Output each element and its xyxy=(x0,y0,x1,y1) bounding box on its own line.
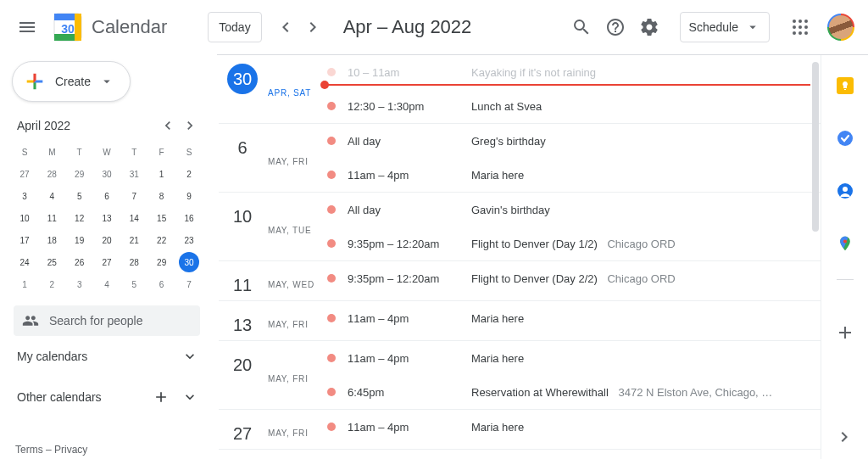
search-button[interactable] xyxy=(565,10,598,44)
mini-calendar-day[interactable]: 30 xyxy=(97,164,117,184)
event-row[interactable]: 11am – 4pmMaria here xyxy=(326,158,821,192)
account-avatar[interactable] xyxy=(827,14,854,41)
settings-button[interactable] xyxy=(632,10,666,44)
mini-calendar-prev[interactable] xyxy=(158,115,178,136)
mini-calendar-day[interactable]: 30 xyxy=(179,252,199,272)
mini-calendar-day[interactable]: 27 xyxy=(14,164,35,184)
mini-calendar-day[interactable]: 4 xyxy=(42,186,62,206)
mini-calendar-day[interactable]: 19 xyxy=(70,230,90,250)
mini-calendar-day[interactable]: 8 xyxy=(152,186,172,206)
mini-calendar-day[interactable]: 7 xyxy=(179,274,199,294)
mini-calendar-next[interactable] xyxy=(180,115,200,136)
mini-calendar-day[interactable]: 1 xyxy=(152,164,172,184)
day-header[interactable]: 6MAY, FRI xyxy=(219,124,326,192)
mini-calendar-day[interactable]: 24 xyxy=(14,252,35,272)
mini-calendar-day[interactable]: 5 xyxy=(124,274,144,294)
event-time: 6:45pm xyxy=(348,386,471,399)
google-plus-icon xyxy=(23,70,47,93)
hide-side-panel-button[interactable] xyxy=(831,423,858,451)
side-panel xyxy=(821,55,868,459)
mini-calendar-dow: S xyxy=(14,142,35,162)
day-header[interactable]: 13MAY, FRI xyxy=(219,301,326,340)
mini-calendar-day[interactable]: 1 xyxy=(14,274,35,294)
event-row[interactable]: 11am – 4pmMaria here xyxy=(326,410,821,444)
svg-point-19 xyxy=(843,239,846,243)
mini-calendar-day[interactable]: 17 xyxy=(14,230,35,250)
google-apps-button[interactable] xyxy=(783,10,817,44)
tasks-app-icon[interactable] xyxy=(828,121,862,155)
search-people-input[interactable]: Search for people xyxy=(14,305,200,336)
privacy-link[interactable]: Privacy xyxy=(54,444,87,456)
event-row[interactable]: 11am – 4pmMaria here xyxy=(326,301,821,335)
day-header[interactable]: 30APR, SAT xyxy=(219,55,326,123)
prev-period-button[interactable] xyxy=(272,14,299,41)
mini-calendar-day[interactable]: 28 xyxy=(42,164,62,184)
mini-calendar-day[interactable]: 18 xyxy=(42,230,62,250)
mini-calendar-day[interactable]: 7 xyxy=(124,186,144,206)
my-calendars-section[interactable]: My calendars xyxy=(10,336,203,377)
event-time: All day xyxy=(348,135,471,148)
mini-calendar-day[interactable]: 2 xyxy=(179,164,199,184)
event-row[interactable]: 11am – 4pmMaria here xyxy=(326,341,821,375)
mini-calendar-day[interactable]: 4 xyxy=(97,274,117,294)
terms-link[interactable]: Terms xyxy=(15,444,43,456)
mini-calendar-day[interactable]: 9 xyxy=(179,186,199,206)
event-row[interactable]: All dayGavin's birthday xyxy=(326,193,821,227)
mini-calendar-day[interactable]: 14 xyxy=(124,208,144,228)
mini-calendar-day[interactable]: 22 xyxy=(152,230,172,250)
mini-calendar-day[interactable]: 23 xyxy=(179,230,199,250)
event-row[interactable]: All dayGreg's birthday xyxy=(326,124,821,158)
get-addons-button[interactable] xyxy=(828,316,862,350)
keep-app-icon[interactable] xyxy=(828,69,862,103)
mini-calendar-day[interactable]: 3 xyxy=(14,186,35,206)
view-selector[interactable]: Schedule xyxy=(680,12,770,42)
mini-calendar-day[interactable]: 31 xyxy=(124,164,144,184)
mini-calendar-day[interactable]: 6 xyxy=(152,274,172,294)
contacts-app-icon[interactable] xyxy=(828,174,862,208)
main-menu-button[interactable] xyxy=(7,7,47,48)
event-row[interactable]: 9:35pm – 12:20amFlight to Denver (Day 1/… xyxy=(326,227,821,260)
day-header[interactable]: 11MAY, WED xyxy=(219,261,326,300)
next-period-button[interactable] xyxy=(299,14,326,41)
mini-calendar-day[interactable]: 3 xyxy=(70,274,90,294)
help-button[interactable] xyxy=(598,10,632,44)
mini-calendar-day[interactable]: 27 xyxy=(97,252,117,272)
mini-calendar-day[interactable]: 15 xyxy=(152,208,172,228)
maps-app-icon[interactable] xyxy=(828,227,862,260)
mini-calendar-day[interactable]: 25 xyxy=(42,252,62,272)
event-color-dot xyxy=(327,274,336,283)
mini-calendar-day[interactable]: 12 xyxy=(70,208,90,228)
mini-calendar-day[interactable]: 10 xyxy=(14,208,35,228)
mini-calendar-day[interactable]: 13 xyxy=(97,208,117,228)
day-group: 20MAY, FRI11am – 4pmMaria here6:45pmRese… xyxy=(219,341,821,410)
mini-calendar-day[interactable]: 21 xyxy=(124,230,144,250)
event-row[interactable]: 12:30 – 1:30pmLunch at Svea xyxy=(326,89,821,123)
event-time: 11am – 4pm xyxy=(348,169,471,182)
event-color-dot xyxy=(327,137,336,145)
event-row[interactable]: 6:45pmReservation at Wherewithall 3472 N… xyxy=(326,375,821,409)
mini-calendar-day[interactable]: 29 xyxy=(152,252,172,272)
scrollbar-thumb[interactable] xyxy=(812,62,819,232)
day-header[interactable]: 20MAY, FRI xyxy=(219,341,326,409)
today-button[interactable]: Today xyxy=(208,12,261,42)
event-time: 10 – 11am xyxy=(348,66,471,79)
day-events: 10 – 11amKayaking if it's not raining12:… xyxy=(326,55,821,123)
mini-calendar-day[interactable]: 16 xyxy=(179,208,199,228)
mini-calendar-day[interactable]: 2 xyxy=(42,274,62,294)
mini-calendar-day[interactable]: 26 xyxy=(70,252,90,272)
svg-rect-3 xyxy=(75,14,81,41)
mini-calendar-day[interactable]: 29 xyxy=(70,164,90,184)
add-other-calendar-button[interactable] xyxy=(153,389,170,406)
event-row[interactable]: 9:35pm – 12:20amFlight to Denver (Day 2/… xyxy=(326,261,821,295)
other-calendars-section[interactable]: Other calendars xyxy=(10,377,203,417)
event-time: 9:35pm – 12:20am xyxy=(348,238,471,250)
day-header[interactable]: 27MAY, FRI xyxy=(219,410,326,449)
mini-calendar-day[interactable]: 6 xyxy=(97,186,117,206)
create-button[interactable]: Create xyxy=(12,61,131,102)
mini-calendar-day[interactable]: 28 xyxy=(124,252,144,272)
mini-calendar-day[interactable]: 11 xyxy=(42,208,62,228)
day-header[interactable]: 10MAY, TUE xyxy=(219,193,326,260)
mini-calendar-day[interactable]: 20 xyxy=(97,230,117,250)
event-title: Maria here xyxy=(471,312,524,325)
mini-calendar-day[interactable]: 5 xyxy=(70,186,90,206)
